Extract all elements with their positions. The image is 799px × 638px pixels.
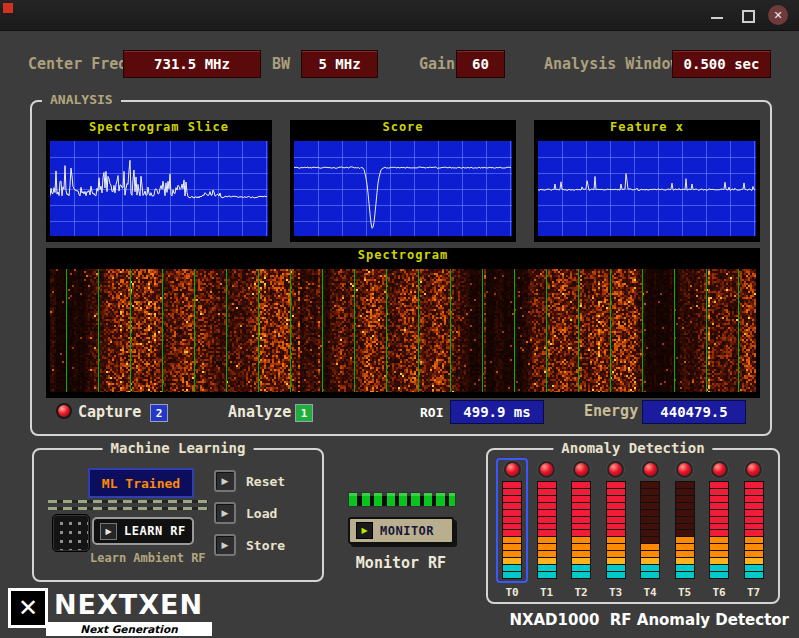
spectrogram-slice-plot [50, 141, 268, 236]
bar-segment [641, 510, 659, 516]
bar-segment [572, 510, 590, 516]
channel-led [676, 461, 693, 478]
channel-led [538, 461, 555, 478]
capture-count[interactable]: 2 [150, 404, 168, 422]
feature-x-plot [538, 141, 756, 236]
bar-segment [503, 496, 521, 502]
bar-segment [745, 530, 763, 536]
bar-segment [503, 558, 521, 564]
play-icon: ▶ [214, 534, 236, 556]
bar-segment [641, 517, 659, 523]
analysis-group-title: ANALYSIS [42, 92, 121, 107]
play-icon: ▶ [214, 502, 236, 524]
bar-segment [641, 489, 659, 495]
channel-bar [606, 481, 626, 579]
bar-segment [538, 530, 556, 536]
capture-led [56, 403, 72, 419]
bar-segment [676, 517, 694, 523]
bw-value[interactable]: 5 MHz [301, 50, 378, 78]
bar-segment [745, 489, 763, 495]
bar-segment [745, 558, 763, 564]
bar-segment [538, 544, 556, 550]
channel-label: T2 [565, 586, 597, 599]
channel-led [573, 461, 590, 478]
anomaly-meters: T0T1T2T3T4T5T6T7 [488, 450, 778, 602]
roi-value: 499.9 ms [450, 400, 544, 424]
channel-bar [571, 481, 591, 579]
channel-meter[interactable] [703, 458, 735, 583]
bar-segment [607, 489, 625, 495]
bar-segment [676, 482, 694, 488]
spectrogram-slice-panel: Spectrogram Slice [46, 120, 272, 242]
button-label: Store [246, 538, 285, 553]
gain-value[interactable]: 60 [456, 50, 505, 78]
channel-meter[interactable] [738, 458, 770, 583]
bar-segment [710, 565, 728, 571]
bar-segment [538, 565, 556, 571]
analysis-window-value[interactable]: 0.500 sec [672, 50, 771, 78]
anomaly-channel-t2: T2 [565, 458, 597, 599]
channel-meter[interactable] [634, 458, 666, 583]
ml-load-button[interactable]: ▶Load [214, 502, 277, 524]
bar-segment [538, 524, 556, 530]
channel-bar [537, 481, 557, 579]
bar-segment [745, 544, 763, 550]
bar-segment [572, 517, 590, 523]
close-button[interactable]: ✕ [768, 5, 788, 25]
analysis-window-label: Analysis Window [544, 55, 679, 73]
bar-segment [538, 503, 556, 509]
bar-segment [572, 530, 590, 536]
bar-segment [572, 551, 590, 557]
separator-dashes [48, 500, 208, 503]
product-name: NXAD1000 RF Anomaly Detector [509, 611, 789, 629]
score-title: Score [290, 120, 516, 140]
ml-side-buttons: ▶Reset▶Load▶Store [214, 470, 318, 566]
bar-segment [745, 572, 763, 578]
analyze-count[interactable]: 1 [295, 404, 313, 422]
anomaly-channel-t5: T5 [669, 458, 701, 599]
bar-segment [503, 489, 521, 495]
channel-meter[interactable] [565, 458, 597, 583]
minimize-button[interactable] [711, 17, 723, 19]
channel-bar [502, 481, 522, 579]
bar-segment [503, 524, 521, 530]
center-freq-label: Center Freq [28, 55, 127, 73]
bar-segment [745, 537, 763, 543]
dot-matrix-icon [52, 514, 90, 552]
bar-segment [538, 537, 556, 543]
bar-segment [503, 503, 521, 509]
bar-segment [641, 558, 659, 564]
bar-segment [710, 503, 728, 509]
bar-segment [641, 503, 659, 509]
learn-rf-button[interactable]: ▶ LEARN RF [92, 517, 194, 545]
bar-segment [572, 537, 590, 543]
anomaly-detection-group: Anomaly Detection T0T1T2T3T4T5T6T7 [486, 448, 780, 604]
channel-meter[interactable] [669, 458, 701, 583]
machine-learning-group: Machine Learning ML Trained ▶ LEARN RF L… [32, 448, 324, 582]
bar-segment [641, 537, 659, 543]
bar-segment [745, 503, 763, 509]
monitor-button[interactable]: ▶ MONITOR [348, 517, 454, 544]
channel-label: T3 [600, 586, 632, 599]
bar-segment [676, 544, 694, 550]
center-freq-value[interactable]: 731.5 MHz [123, 50, 261, 78]
ml-reset-button[interactable]: ▶Reset [214, 470, 285, 492]
channel-bar [709, 481, 729, 579]
bar-segment [745, 510, 763, 516]
channel-meter[interactable] [496, 458, 528, 583]
bar-segment [641, 482, 659, 488]
ml-store-button[interactable]: ▶Store [214, 534, 285, 556]
spectrogram-waterfall[interactable] [50, 269, 756, 392]
bar-segment [503, 537, 521, 543]
bar-segment [572, 558, 590, 564]
bar-segment [745, 524, 763, 530]
maximize-button[interactable] [742, 10, 755, 23]
channel-led [642, 461, 659, 478]
bar-segment [538, 510, 556, 516]
channel-label: T7 [738, 586, 770, 599]
bar-segment [676, 489, 694, 495]
bar-segment [607, 496, 625, 502]
anomaly-channel-t3: T3 [600, 458, 632, 599]
channel-meter[interactable] [600, 458, 632, 583]
channel-meter[interactable] [531, 458, 563, 583]
